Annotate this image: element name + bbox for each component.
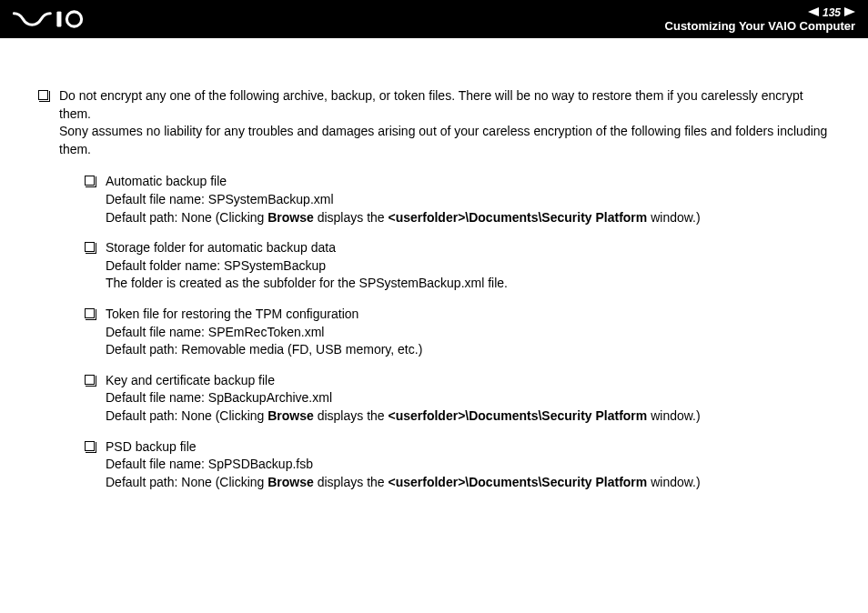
item-title: PSD backup file — [106, 439, 197, 454]
item-line2: Default file name: SPSystemBackup.xml — [106, 192, 334, 206]
intro-line-2: Sony assumes no liability for any troubl… — [59, 124, 827, 156]
bullet-icon — [85, 176, 95, 186]
item-title: Key and certificate backup file — [106, 373, 275, 387]
bullet-icon — [85, 308, 95, 318]
item-line3: The folder is created as the subfolder f… — [106, 276, 508, 290]
svg-point-1 — [66, 12, 81, 26]
item-line3-bold2: <userfolder>\Documents\Security Platform — [389, 475, 648, 489]
header-right: 135 Customizing Your VAIO Computer — [665, 6, 855, 33]
bullet-icon — [85, 441, 95, 451]
item-line2: Default file name: SpPSDBackup.fsb — [106, 457, 313, 471]
page-navigation: 135 — [808, 6, 855, 19]
item-line3-suffix: window.) — [647, 408, 700, 423]
sub-item-1: Storage folder for automatic backup data… — [85, 239, 830, 293]
item-line2: Default file name: SpBackupArchive.xml — [106, 390, 332, 405]
item-line3-prefix: Default path: None (Clicking — [106, 210, 267, 225]
svg-rect-0 — [57, 12, 61, 26]
item-line3-bold1: Browse — [267, 210, 314, 225]
sub-text: Token file for restoring the TPM configu… — [106, 306, 422, 359]
section-title: Customizing Your VAIO Computer — [665, 19, 855, 33]
bullet-icon — [85, 242, 95, 252]
header-bar: 135 Customizing Your VAIO Computer — [0, 0, 868, 38]
sub-list: Automatic backup file Default file name:… — [85, 173, 830, 491]
vaio-logo — [13, 10, 104, 28]
sub-item-2: Token file for restoring the TPM configu… — [85, 306, 830, 359]
item-line3-suffix: window.) — [647, 210, 700, 225]
sub-item-3: Key and certificate backup file Default … — [85, 372, 830, 426]
prev-page-arrow[interactable] — [808, 7, 819, 18]
sub-item-4: PSD backup file Default file name: SpPSD… — [85, 438, 830, 492]
sub-text: Storage folder for automatic backup data… — [106, 239, 508, 293]
item-line3-mid: displays the — [314, 210, 389, 225]
svg-marker-3 — [844, 7, 855, 16]
item-line2: Default file name: SPEmRecToken.xml — [106, 325, 324, 339]
sub-text: PSD backup file Default file name: SpPSD… — [106, 438, 701, 492]
item-line3-bold1: Browse — [267, 475, 314, 489]
item-line3-suffix: window.) — [647, 475, 700, 489]
item-line3-mid: displays the — [314, 408, 389, 423]
item-line3-bold2: <userfolder>\Documents\Security Platform — [389, 408, 648, 423]
bullet-icon — [38, 90, 48, 100]
item-line2: Default folder name: SPSystemBackup — [106, 258, 326, 273]
item-line3-mid: displays the — [314, 475, 389, 489]
main-list-item: Do not encrypt any one of the following … — [38, 87, 830, 504]
main-text-block: Do not encrypt any one of the following … — [59, 87, 830, 504]
item-line3-bold2: <userfolder>\Documents\Security Platform — [389, 210, 648, 225]
sub-text: Automatic backup file Default file name:… — [106, 173, 701, 226]
item-title: Automatic backup file — [106, 174, 227, 188]
item-line3: Default path: Removable media (FD, USB m… — [106, 342, 422, 357]
sub-item-0: Automatic backup file Default file name:… — [85, 173, 830, 226]
item-line3-prefix: Default path: None (Clicking — [106, 475, 267, 489]
intro-line-1: Do not encrypt any one of the following … — [59, 88, 803, 121]
svg-marker-2 — [808, 7, 819, 16]
item-line3-bold1: Browse — [267, 408, 314, 423]
next-page-arrow[interactable] — [844, 7, 855, 18]
bullet-icon — [85, 375, 95, 385]
item-line3-prefix: Default path: None (Clicking — [106, 408, 267, 423]
page-content: Do not encrypt any one of the following … — [0, 38, 868, 504]
page-number: 135 — [823, 6, 841, 19]
sub-text: Key and certificate backup file Default … — [106, 372, 701, 426]
item-title: Storage folder for automatic backup data — [106, 240, 336, 255]
item-title: Token file for restoring the TPM configu… — [106, 306, 358, 321]
